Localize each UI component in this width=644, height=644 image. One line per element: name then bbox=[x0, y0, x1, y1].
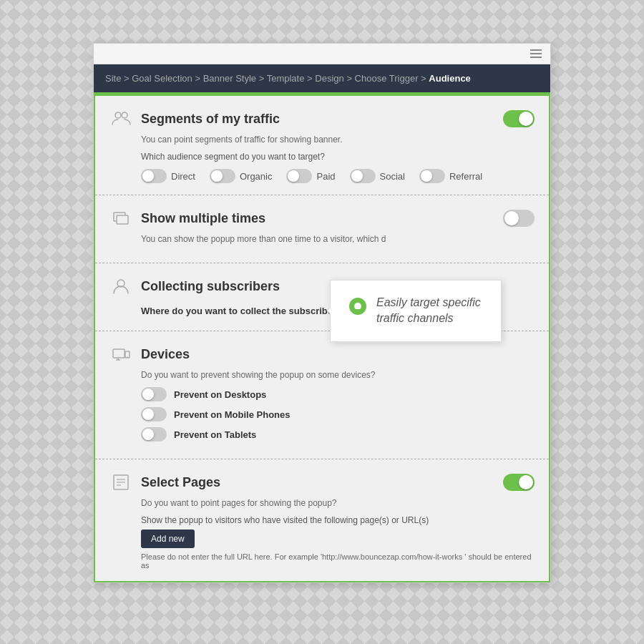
paid-toggle[interactable] bbox=[286, 169, 312, 183]
breadcrumb-site[interactable]: Site bbox=[105, 73, 121, 84]
channel-social: Social bbox=[350, 169, 405, 183]
breadcrumb-sep1: > bbox=[124, 73, 132, 84]
channel-paid: Paid bbox=[286, 169, 335, 183]
subscribers-icon bbox=[109, 275, 132, 298]
breadcrumb-template[interactable]: Template bbox=[267, 73, 305, 84]
organic-label: Organic bbox=[240, 171, 273, 182]
channel-referral: Referral bbox=[419, 169, 482, 183]
social-toggle[interactable] bbox=[350, 169, 376, 183]
multiple-times-title: Show multiple times bbox=[141, 211, 494, 226]
breadcrumb-goal[interactable]: Goal Selection bbox=[132, 73, 192, 84]
segments-header: Segments of my traffic bbox=[109, 107, 535, 130]
tooltip-text: Easily target specific traffic channels bbox=[376, 295, 484, 327]
device-desktop: Prevent on Desktops bbox=[141, 387, 535, 401]
select-pages-icon bbox=[109, 471, 132, 494]
segments-toggle[interactable] bbox=[503, 110, 535, 127]
multiple-times-subtitle: You can show the popup more than one tim… bbox=[141, 234, 535, 244]
desktop-toggle[interactable] bbox=[141, 387, 167, 401]
select-pages-url-label: Show the popup to visitors who have visi… bbox=[141, 515, 535, 525]
device-options: Prevent on Desktops Prevent on Mobile Ph… bbox=[141, 387, 535, 441]
segments-icon bbox=[109, 107, 132, 130]
browser-window: Site > Goal Selection > Banner Style > T… bbox=[93, 43, 551, 583]
breadcrumb-design[interactable]: Design bbox=[315, 73, 343, 84]
devices-header: Devices bbox=[109, 343, 535, 366]
browser-toolbar bbox=[94, 44, 550, 64]
breadcrumb-sep2: > bbox=[195, 73, 203, 84]
segments-subtitle: You can point segments of traffic for sh… bbox=[141, 135, 535, 145]
select-pages-header: Select Pages bbox=[109, 471, 535, 494]
device-mobile: Prevent on Mobile Phones bbox=[141, 407, 535, 421]
mobile-toggle[interactable] bbox=[141, 407, 167, 421]
add-new-button[interactable]: Add new bbox=[141, 530, 195, 548]
select-pages-section: Select Pages Do you want to point pages … bbox=[95, 459, 549, 581]
menu-icon[interactable] bbox=[530, 49, 542, 58]
direct-toggle[interactable] bbox=[141, 169, 167, 183]
desktop-label: Prevent on Desktops bbox=[174, 389, 266, 400]
svg-point-1 bbox=[122, 112, 127, 118]
organic-toggle[interactable] bbox=[210, 169, 235, 183]
breadcrumb-sep4: > bbox=[307, 73, 315, 84]
direct-label: Direct bbox=[171, 171, 195, 182]
breadcrumb-audience[interactable]: Audience bbox=[429, 73, 471, 84]
select-pages-note: Please do not enter the full URL here. F… bbox=[141, 552, 535, 570]
breadcrumb-trigger[interactable]: Choose Trigger bbox=[355, 73, 419, 84]
multiple-times-section: Show multiple times You can show the pop… bbox=[95, 195, 549, 263]
pin-icon bbox=[348, 296, 368, 322]
tooltip-overlay: Easily target specific traffic channels bbox=[330, 280, 502, 342]
breadcrumb: Site > Goal Selection > Banner Style > T… bbox=[105, 73, 539, 84]
channel-organic: Organic bbox=[210, 169, 273, 183]
tablet-toggle[interactable] bbox=[141, 427, 167, 441]
svg-point-15 bbox=[354, 303, 361, 310]
devices-section: Devices Do you want to prevent showing t… bbox=[95, 331, 549, 459]
select-pages-subtitle: Do you want to point pages for showing t… bbox=[141, 498, 535, 508]
device-tablet: Prevent on Tablets bbox=[141, 427, 535, 441]
breadcrumb-sep5: > bbox=[346, 73, 354, 84]
segments-title: Segments of my traffic bbox=[141, 112, 494, 127]
multiple-times-header: Show multiple times bbox=[109, 207, 535, 230]
traffic-channels: Direct Organic Paid bbox=[141, 169, 535, 183]
svg-rect-5 bbox=[113, 349, 125, 358]
tooltip-content: Easily target specific traffic channels bbox=[348, 295, 484, 327]
social-label: Social bbox=[380, 171, 405, 182]
devices-subtitle: Do you want to prevent showing the popup… bbox=[141, 370, 535, 380]
channel-direct: Direct bbox=[141, 169, 195, 183]
referral-toggle[interactable] bbox=[419, 169, 445, 183]
nav-bar: Site > Goal Selection > Banner Style > T… bbox=[94, 64, 550, 94]
devices-title: Devices bbox=[141, 347, 535, 362]
paid-label: Paid bbox=[316, 171, 335, 182]
tablet-label: Prevent on Tablets bbox=[174, 429, 256, 440]
breadcrumb-sep6: > bbox=[421, 73, 429, 84]
segments-section: Segments of my traffic You can point seg… bbox=[95, 96, 549, 195]
svg-point-0 bbox=[115, 112, 121, 118]
traffic-question: Which audience segment do you want to ta… bbox=[141, 152, 535, 162]
subscribers-question: Where do you want to collect the subscri… bbox=[141, 306, 347, 316]
breadcrumb-sep3: > bbox=[259, 73, 267, 84]
referral-label: Referral bbox=[449, 171, 482, 182]
mobile-label: Prevent on Mobile Phones bbox=[174, 409, 291, 420]
svg-rect-3 bbox=[117, 215, 128, 224]
svg-point-7 bbox=[127, 356, 128, 358]
select-pages-toggle[interactable] bbox=[503, 474, 535, 491]
breadcrumb-banner[interactable]: Banner Style bbox=[203, 73, 256, 84]
select-pages-title: Select Pages bbox=[141, 475, 494, 490]
multiple-times-icon bbox=[109, 207, 132, 230]
multiple-times-toggle[interactable] bbox=[503, 210, 535, 227]
devices-icon bbox=[109, 343, 132, 366]
